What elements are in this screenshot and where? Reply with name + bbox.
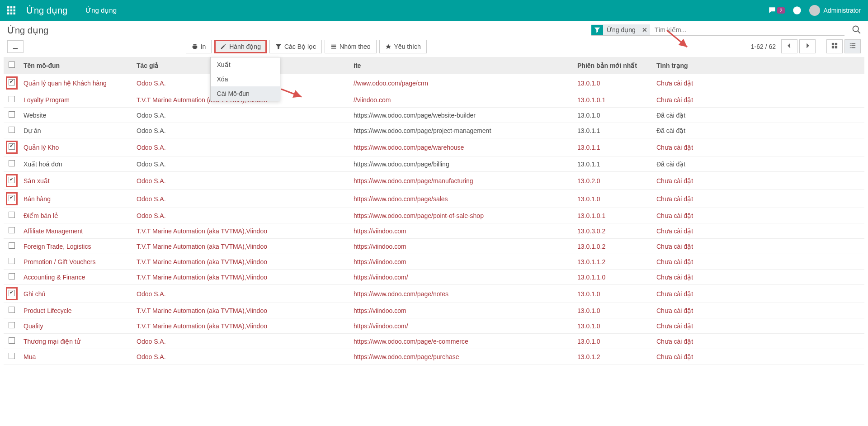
dropdown-export[interactable]: Xuất bbox=[211, 57, 280, 72]
cell-website: https://viindoo.com bbox=[350, 303, 574, 318]
table-row[interactable]: WebsiteOdoo S.A.https://www.odoo.com/pag… bbox=[4, 108, 864, 123]
cell-website: https://viindoo.com/ bbox=[350, 318, 574, 334]
groupby-button[interactable]: Nhóm theo bbox=[325, 40, 376, 53]
cell-website: https://www.odoo.com/page/website-builde… bbox=[350, 108, 574, 123]
cell-website: https://www.odoo.com/page/purchase bbox=[350, 349, 574, 364]
table-row[interactable]: Affiliate ManagementT.V.T Marine Automat… bbox=[4, 223, 864, 239]
cell-status: Chưa cài đặt bbox=[653, 334, 864, 349]
table-row[interactable]: Product LifecycleT.V.T Marine Automation… bbox=[4, 303, 864, 318]
table-row[interactable]: Điểm bán lẻOdoo S.A.https://www.odoo.com… bbox=[4, 208, 864, 223]
row-checkbox[interactable] bbox=[9, 111, 15, 118]
row-checkbox[interactable] bbox=[9, 96, 15, 102]
kanban-view-button[interactable] bbox=[826, 39, 843, 53]
table-row[interactable]: Sản xuấtOdoo S.A.https://www.odoo.com/pa… bbox=[4, 172, 864, 190]
table-row[interactable]: Xuất hoá đơnOdoo S.A.https://www.odoo.co… bbox=[4, 156, 864, 172]
export-button[interactable] bbox=[7, 40, 24, 53]
row-checkbox[interactable] bbox=[9, 290, 15, 296]
row-checkbox[interactable] bbox=[9, 143, 15, 150]
pager-prev[interactable] bbox=[781, 39, 797, 53]
list-view-button[interactable] bbox=[844, 39, 861, 53]
facet-close-icon[interactable]: ✕ bbox=[639, 26, 650, 33]
cell-status: Chưa cài đặt bbox=[653, 349, 864, 364]
cell-status: Đã cài đặt bbox=[653, 156, 864, 172]
svg-rect-20 bbox=[851, 47, 855, 48]
svg-rect-11 bbox=[832, 43, 834, 45]
table-row[interactable]: Promotion / Gift VouchersT.V.T Marine Au… bbox=[4, 254, 864, 270]
cell-status: Chưa cài đặt bbox=[653, 318, 864, 334]
row-checkbox[interactable] bbox=[9, 177, 15, 183]
cell-name: Foreign Trade, Logistics bbox=[20, 239, 133, 254]
dropdown-install[interactable]: Cài Mô-đun bbox=[211, 86, 280, 101]
cell-website: https://www.odoo.com/page/warehouse bbox=[350, 138, 574, 156]
table-row[interactable]: MuaOdoo S.A.https://www.odoo.com/page/pu… bbox=[4, 349, 864, 364]
print-button[interactable]: In bbox=[186, 40, 212, 53]
svg-rect-19 bbox=[850, 47, 851, 48]
row-checkbox[interactable] bbox=[9, 227, 15, 233]
row-checkbox[interactable] bbox=[9, 160, 15, 166]
col-status[interactable]: Tình trạng bbox=[653, 57, 864, 74]
cell-name: Quản lý Kho bbox=[20, 138, 133, 156]
user-menu[interactable]: Administrator bbox=[809, 5, 861, 16]
col-website[interactable]: ite bbox=[350, 57, 574, 74]
svg-point-10 bbox=[853, 26, 859, 32]
messages-icon[interactable]: 2 bbox=[768, 6, 784, 14]
table-row[interactable]: QualityT.V.T Marine Automation (aka TVTM… bbox=[4, 318, 864, 334]
dropdown-delete[interactable]: Xóa bbox=[211, 72, 280, 86]
table-row[interactable]: Dự ánOdoo S.A.https://www.odoo.com/page/… bbox=[4, 123, 864, 138]
row-checkbox[interactable] bbox=[9, 307, 15, 313]
cell-status: Chưa cài đặt bbox=[653, 92, 864, 108]
pager-next[interactable] bbox=[799, 39, 816, 53]
row-checkbox[interactable] bbox=[9, 212, 15, 218]
table-row[interactable]: Thương mại điện tửOdoo S.A.https://www.o… bbox=[4, 334, 864, 349]
cell-status: Đã cài đặt bbox=[653, 123, 864, 138]
filters-button[interactable]: Các Bộ lọc bbox=[269, 40, 322, 53]
table-row[interactable]: Ghi chúOdoo S.A.https://www.odoo.com/pag… bbox=[4, 285, 864, 303]
svg-rect-2 bbox=[14, 6, 16, 9]
search-input[interactable] bbox=[653, 24, 844, 35]
row-checkbox[interactable] bbox=[9, 337, 15, 344]
cell-version: 13.0.1.1 bbox=[574, 138, 653, 156]
search-zoom-icon[interactable] bbox=[852, 25, 861, 35]
cell-name: Điểm bán lẻ bbox=[20, 208, 133, 223]
col-version[interactable]: Phiên bản mới nhất bbox=[574, 57, 653, 74]
cell-status: Chưa cài đặt bbox=[653, 172, 864, 190]
row-checkbox[interactable] bbox=[9, 258, 15, 264]
breadcrumb[interactable]: Ứng dụng bbox=[85, 6, 117, 14]
cell-website: //www.odoo.com/page/crm bbox=[350, 74, 574, 92]
cell-status: Chưa cài đặt bbox=[653, 303, 864, 318]
cell-website: https://viindoo.com bbox=[350, 239, 574, 254]
table-row[interactable]: Foreign Trade, LogisticsT.V.T Marine Aut… bbox=[4, 239, 864, 254]
row-checkbox[interactable] bbox=[9, 273, 15, 279]
col-name[interactable]: Tên mô-đun bbox=[20, 57, 133, 74]
table-row[interactable]: Accounting & FinanceT.V.T Marine Automat… bbox=[4, 270, 864, 285]
row-checkbox[interactable] bbox=[9, 353, 15, 359]
cell-status: Chưa cài đặt bbox=[653, 208, 864, 223]
row-checkbox[interactable] bbox=[9, 127, 15, 133]
favorite-button[interactable]: Yêu thích bbox=[379, 40, 427, 53]
table-row[interactable]: Quản lý quan hệ Khách hàngOdoo S.A.//www… bbox=[4, 74, 864, 92]
pager[interactable]: 1-62 / 62 bbox=[751, 43, 776, 50]
cell-version: 13.0.1.0.1 bbox=[574, 208, 653, 223]
control-panel: Ứng dụng Ứng dụng ✕ In bbox=[0, 21, 868, 57]
row-checkbox[interactable] bbox=[9, 79, 15, 85]
action-button[interactable]: Hành động bbox=[214, 40, 267, 53]
cell-author: Odoo S.A. bbox=[133, 208, 350, 223]
action-dropdown: Xuất Xóa Cài Mô-đun bbox=[210, 57, 280, 101]
cell-website: https://www.odoo.com/page/manufacturing bbox=[350, 172, 574, 190]
row-checkbox[interactable] bbox=[9, 242, 15, 249]
cell-name: Accounting & Finance bbox=[20, 270, 133, 285]
apps-grid-icon[interactable] bbox=[7, 6, 15, 14]
activity-icon[interactable] bbox=[793, 6, 801, 14]
svg-rect-16 bbox=[851, 43, 855, 44]
row-checkbox[interactable] bbox=[9, 195, 15, 201]
cell-status: Chưa cài đặt bbox=[653, 285, 864, 303]
select-all-checkbox[interactable] bbox=[9, 62, 15, 68]
table-row[interactable]: Bán hàngOdoo S.A.https://www.odoo.com/pa… bbox=[4, 190, 864, 208]
row-checkbox[interactable] bbox=[9, 322, 15, 328]
table-row[interactable]: Loyalty ProgramT.V.T Marine Automation (… bbox=[4, 92, 864, 108]
cell-author: Odoo S.A. bbox=[133, 190, 350, 208]
search-facet: Ứng dụng ✕ bbox=[591, 24, 650, 35]
table-row[interactable]: Quản lý KhoOdoo S.A.https://www.odoo.com… bbox=[4, 138, 864, 156]
cell-version: 13.0.1.1 bbox=[574, 123, 653, 138]
app-brand[interactable]: Ứng dụng bbox=[26, 5, 67, 16]
